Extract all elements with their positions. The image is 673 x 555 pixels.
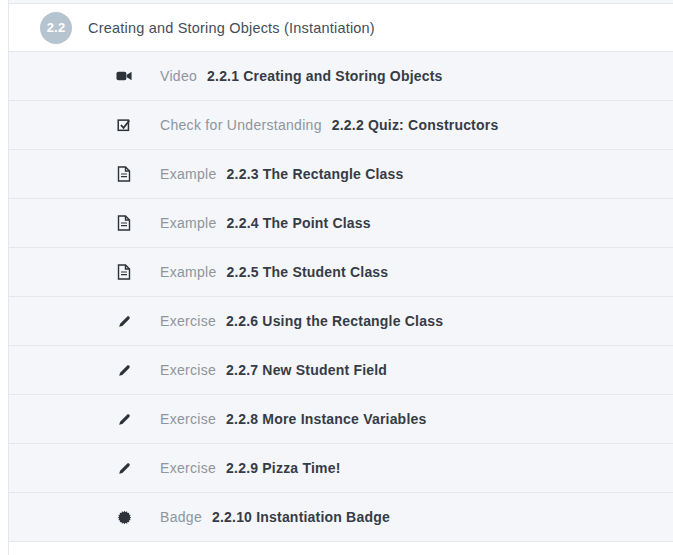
document-icon [115, 263, 133, 281]
lesson-type-label: Badge [160, 509, 202, 525]
pencil-icon [115, 410, 133, 428]
lesson-row[interactable]: Exercise 2.2.9 Pizza Time! [9, 444, 673, 493]
lesson-row[interactable]: Video 2.2.1 Creating and Storing Objects [9, 52, 673, 101]
lesson-type-label: Exercise [160, 460, 216, 476]
lesson-title: 2.2.5 The Student Class [227, 264, 389, 280]
section-content: 2.2 Creating and Storing Objects (Instan… [8, 0, 673, 555]
lesson-type-label: Exercise [160, 411, 216, 427]
pencil-icon [115, 312, 133, 330]
lesson-type-label: Exercise [160, 362, 216, 378]
lesson-list: Video 2.2.1 Creating and Storing Objects… [9, 52, 673, 542]
section-number-badge: 2.2 [40, 12, 72, 44]
lesson-type-label: Video [160, 68, 197, 84]
curriculum-section: 2.2 Creating and Storing Objects (Instan… [0, 0, 673, 555]
lesson-type-label: Example [160, 215, 217, 231]
section-number: 2.2 [47, 20, 66, 35]
lesson-row[interactable]: Exercise 2.2.7 New Student Field [9, 346, 673, 395]
badge-icon [115, 508, 133, 526]
pencil-icon [115, 361, 133, 379]
video-camera-icon [115, 67, 133, 85]
lesson-title: 2.2.9 Pizza Time! [226, 460, 340, 476]
lesson-title: 2.2.2 Quiz: Constructors [332, 117, 499, 133]
pencil-icon [115, 459, 133, 477]
lesson-title: 2.2.10 Instantiation Badge [212, 509, 390, 525]
lesson-title: 2.2.4 The Point Class [227, 215, 371, 231]
lesson-title: 2.2.7 New Student Field [226, 362, 387, 378]
lesson-type-label: Exercise [160, 313, 216, 329]
lesson-row[interactable]: Badge 2.2.10 Instantiation Badge [9, 493, 673, 542]
section-header[interactable]: 2.2 Creating and Storing Objects (Instan… [9, 4, 673, 52]
document-icon [115, 214, 133, 232]
lesson-title: 2.2.6 Using the Rectangle Class [226, 313, 443, 329]
section-title: Creating and Storing Objects (Instantiat… [88, 20, 375, 36]
lesson-type-label: Check for Understanding [160, 117, 322, 133]
lesson-type-label: Example [160, 166, 217, 182]
lesson-type-label: Example [160, 264, 217, 280]
lesson-title: 2.2.8 More Instance Variables [226, 411, 426, 427]
checkbox-checked-icon [115, 116, 133, 134]
lesson-row[interactable]: Example 2.2.5 The Student Class [9, 248, 673, 297]
lesson-row[interactable]: Exercise 2.2.6 Using the Rectangle Class [9, 297, 673, 346]
lesson-title: 2.2.3 The Rectangle Class [227, 166, 404, 182]
document-icon [115, 165, 133, 183]
lesson-row[interactable]: Example 2.2.4 The Point Class [9, 199, 673, 248]
lesson-row[interactable]: Check for Understanding 2.2.2 Quiz: Cons… [9, 101, 673, 150]
lesson-title: 2.2.1 Creating and Storing Objects [207, 68, 443, 84]
lesson-row[interactable]: Exercise 2.2.8 More Instance Variables [9, 395, 673, 444]
lesson-row[interactable]: Example 2.2.3 The Rectangle Class [9, 150, 673, 199]
